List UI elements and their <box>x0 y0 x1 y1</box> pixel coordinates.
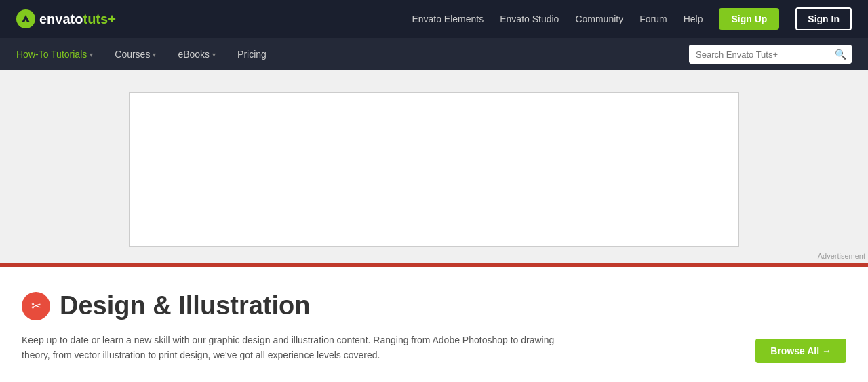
signup-button[interactable]: Sign Up <box>719 8 779 30</box>
hero-title-row: ✂ Design & Illustration <box>22 291 846 320</box>
ebooks-nav[interactable]: eBooks ▾ <box>178 49 216 60</box>
advertisement-container <box>129 92 739 247</box>
hero-title: Design & Illustration <box>60 291 310 320</box>
search-button[interactable]: 🔍 <box>829 45 852 64</box>
courses-nav[interactable]: Courses ▾ <box>115 49 156 60</box>
signin-button[interactable]: Sign In <box>795 7 852 30</box>
hero-section: ✂ Design & Illustration Keep up to date … <box>0 267 868 382</box>
search-input[interactable] <box>689 45 829 64</box>
top-navigation: envatotuts+ Envato Elements Envato Studi… <box>0 0 868 38</box>
logo[interactable]: envatotuts+ <box>16 9 116 28</box>
hero-description: Keep up to date or learn a new skill wit… <box>22 333 578 363</box>
community-link[interactable]: Community <box>575 14 623 24</box>
search-icon: 🔍 <box>835 49 846 60</box>
category-icon: ✂ <box>22 292 50 320</box>
top-nav-right: Envato Elements Envato Studio Community … <box>412 7 852 30</box>
secondary-navigation: How-To Tutorials ▾ Courses ▾ eBooks ▾ Pr… <box>0 38 868 70</box>
main-content-area: Advertisement <box>0 70 868 263</box>
help-link[interactable]: Help <box>684 14 703 24</box>
envato-studio-link[interactable]: Envato Studio <box>500 14 559 24</box>
scissors-icon: ✂ <box>31 299 41 314</box>
ebooks-chevron-icon: ▾ <box>212 51 216 58</box>
logo-text: envatotuts+ <box>39 12 116 27</box>
courses-chevron-icon: ▾ <box>153 51 156 58</box>
envato-elements-link[interactable]: Envato Elements <box>412 14 484 24</box>
search-box: 🔍 <box>689 45 852 64</box>
browse-all-button[interactable]: Browse All → <box>755 339 846 363</box>
forum-link[interactable]: Forum <box>639 14 667 24</box>
envato-logo-icon <box>16 9 35 28</box>
how-to-tutorials-chevron-icon: ▾ <box>90 51 93 58</box>
pricing-nav[interactable]: Pricing <box>237 49 267 60</box>
how-to-tutorials-nav[interactable]: How-To Tutorials ▾ <box>16 49 93 60</box>
ad-label: Advertisement <box>818 252 865 260</box>
secondary-nav-left: How-To Tutorials ▾ Courses ▾ eBooks ▾ Pr… <box>16 49 267 60</box>
